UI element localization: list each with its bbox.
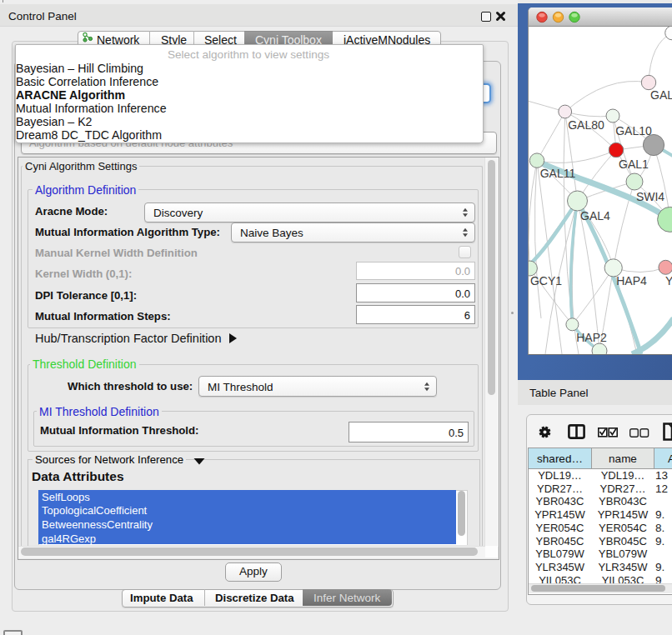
svg-text:GCY1: GCY1	[530, 274, 562, 288]
svg-text:GAL7: GAL7	[650, 88, 672, 102]
svg-text:YD: YD	[665, 274, 672, 288]
svg-text:GAL4: GAL4	[580, 209, 610, 222]
svg-text:SWI4: SWI4	[636, 190, 664, 203]
svg-text:GAL1: GAL1	[619, 158, 649, 171]
svg-text:GAL80: GAL80	[568, 118, 604, 132]
svg-text:HAP4: HAP4	[616, 274, 647, 288]
svg-text:HAP2: HAP2	[576, 331, 607, 344]
svg-text:GAL11: GAL11	[540, 167, 576, 180]
svg-text:GAL10: GAL10	[615, 124, 652, 138]
